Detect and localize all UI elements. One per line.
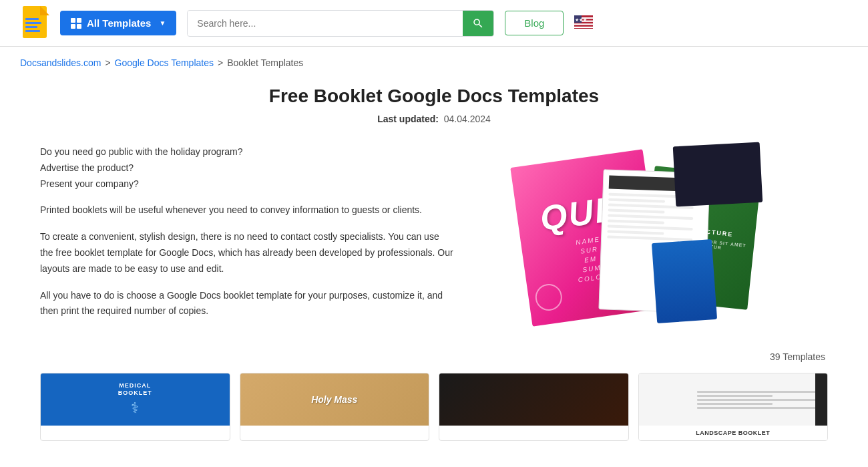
- breadcrumb-current: Booklet Templates: [227, 57, 303, 68]
- all-templates-button[interactable]: All Templates ▼: [60, 11, 176, 35]
- dark-booklet-preview: [673, 142, 763, 207]
- svg-rect-6: [25, 30, 40, 32]
- intro-line-3: Present your company?: [40, 178, 139, 189]
- breadcrumb: Docsandslides.com > Google Docs Template…: [0, 47, 868, 79]
- line-4: [697, 403, 773, 405]
- card-image-dark: [439, 373, 628, 426]
- template-card-medical[interactable]: MEDICALBOOKLET ⚕: [40, 373, 230, 441]
- body-paragraph-3: All you have to do is choose a Google Do…: [40, 288, 454, 320]
- line-5: [697, 407, 823, 409]
- svg-rect-15: [574, 26, 593, 27]
- search-area: [187, 10, 494, 37]
- dna-icon: ⚕: [131, 400, 139, 417]
- svg-rect-5: [25, 26, 37, 28]
- template-card-dark[interactable]: [439, 373, 629, 441]
- content-section: Do you need go public with the holiday p…: [40, 144, 828, 325]
- svg-text:★★★: ★★★: [575, 17, 587, 22]
- svg-rect-3: [25, 18, 39, 20]
- intro-line-2: Advertise the product?: [40, 162, 134, 173]
- all-templates-label: All Templates: [87, 17, 151, 29]
- svg-rect-13: [574, 23, 593, 25]
- breadcrumb-home-link[interactable]: Docsandslides.com: [20, 57, 101, 68]
- search-button[interactable]: [463, 11, 493, 36]
- grid-icon: [71, 18, 81, 29]
- last-updated-date: 04.04.2024: [444, 114, 491, 124]
- card-preview-landscape: [639, 373, 828, 426]
- landscape-lines: [697, 377, 823, 422]
- logo-icon: [20, 6, 49, 41]
- line-1: [697, 391, 823, 393]
- flag-icon: ★★★: [574, 15, 593, 29]
- line-3: [697, 399, 823, 401]
- card-image-medical: MEDICALBOOKLET ⚕: [41, 373, 230, 426]
- body-paragraph-1: Printed booklets will be useful whenever…: [40, 202, 454, 218]
- body-paragraph-2: To create a convenient, stylish design, …: [40, 229, 454, 277]
- hero-image: ARCHITECTURE Lorem ipsum dolor sit amet …: [481, 144, 768, 325]
- header: All Templates ▼ Blog ★★★: [0, 0, 868, 47]
- intro-line-1: Do you need go public with the holiday p…: [40, 146, 243, 157]
- card-preview-holy-mass: Holy Mass: [240, 373, 429, 426]
- templates-count: 39 Templates: [40, 351, 828, 362]
- card-preview-medical: MEDICALBOOKLET ⚕: [41, 373, 230, 426]
- booklet-collage: ARCHITECTURE Lorem ipsum dolor sit amet …: [481, 144, 768, 325]
- svg-rect-16: [574, 28, 593, 29]
- card-title-medical: MEDICALBOOKLET: [118, 382, 152, 397]
- chevron-down-icon: ▼: [159, 19, 166, 27]
- language-flag[interactable]: ★★★: [574, 15, 593, 31]
- logo-link[interactable]: [20, 6, 49, 41]
- card-title-holy-mass: Holy Mass: [311, 394, 357, 405]
- blue-booklet-preview: [652, 239, 717, 323]
- search-input[interactable]: [188, 11, 463, 35]
- card-image-holy-mass: Holy Mass: [240, 373, 429, 426]
- last-updated: Last updated: 04.04.2024: [40, 114, 828, 124]
- search-icon: [472, 17, 484, 29]
- breadcrumb-category-link[interactable]: Google Docs Templates: [115, 57, 214, 68]
- line-2: [697, 395, 773, 397]
- page-title: Free Booklet Google Docs Templates: [40, 86, 828, 107]
- template-card-landscape[interactable]: LANDSCAPE BOOKLET: [638, 373, 829, 441]
- template-card-holy-mass[interactable]: Holy Mass: [240, 373, 430, 441]
- svg-rect-4: [25, 22, 41, 24]
- last-updated-label: Last updated:: [377, 114, 439, 124]
- main-content: Free Booklet Google Docs Templates Last …: [20, 86, 848, 467]
- card-image-landscape: [639, 373, 828, 426]
- breadcrumb-sep-1: >: [105, 57, 110, 68]
- blog-button[interactable]: Blog: [505, 11, 564, 35]
- template-cards-row: MEDICALBOOKLET ⚕ Holy Mass: [40, 373, 828, 441]
- landscape-dark-bar: [815, 373, 827, 426]
- card-label-landscape: LANDSCAPE BOOKLET: [639, 426, 828, 440]
- card-preview-dark: [439, 373, 628, 426]
- intro-paragraph: Do you need go public with the holiday p…: [40, 144, 454, 192]
- text-area: Do you need go public with the holiday p…: [40, 144, 454, 319]
- breadcrumb-sep-2: >: [218, 57, 223, 68]
- svg-rect-14: [574, 25, 593, 26]
